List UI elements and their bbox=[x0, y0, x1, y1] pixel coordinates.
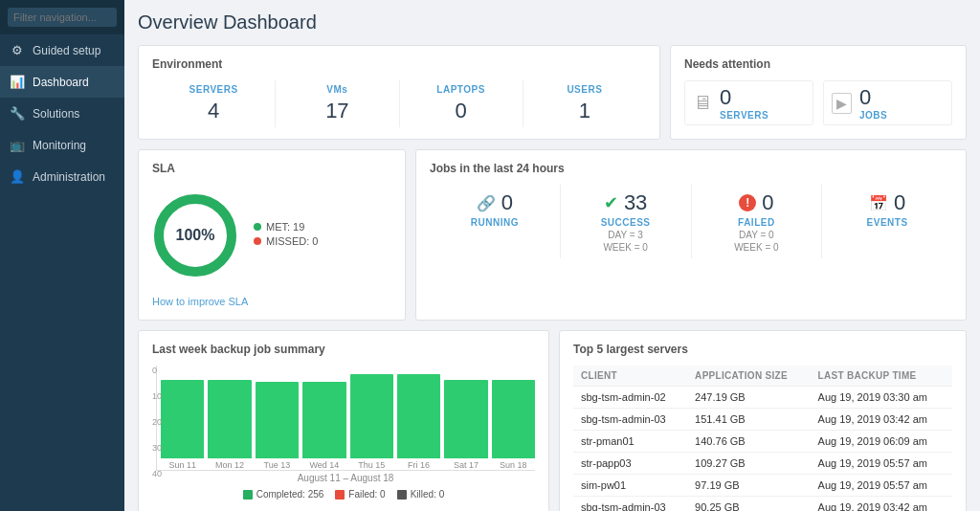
backup-time: Aug 19, 2019 03:42 am bbox=[811, 497, 952, 512]
success-label: SUCCESS bbox=[565, 217, 687, 228]
legend-failed: Failed: 0 bbox=[335, 489, 385, 500]
table-row: sbg-tsm-admin-03 90.25 GB Aug 19, 2019 0… bbox=[573, 497, 952, 512]
sidebar-filter-input[interactable] bbox=[8, 8, 117, 27]
sla-met-label: MET: 19 bbox=[266, 221, 304, 233]
met-dot bbox=[254, 223, 261, 231]
client-name[interactable]: sim-pw01 bbox=[573, 475, 687, 497]
client-name[interactable]: sbg-tsm-admin-02 bbox=[573, 387, 687, 409]
bar-fri16: Fri 16 bbox=[397, 374, 440, 470]
backup-card: Last week backup job summary 40 30 20 10… bbox=[138, 330, 549, 511]
bar-fri16-label: Fri 16 bbox=[408, 460, 430, 470]
sidebar-item-label: Guided setup bbox=[33, 44, 100, 57]
bar-wed14-label: Wed 14 bbox=[309, 460, 339, 470]
top5-thead: CLIENT APPLICATION SIZE LAST BACKUP TIME bbox=[573, 366, 952, 387]
laptops-value: 0 bbox=[400, 99, 523, 123]
failed-label: FAILED bbox=[696, 217, 818, 228]
client-name[interactable]: sbg-tsm-admin-03 bbox=[573, 497, 687, 512]
y-label-1: 10 bbox=[152, 391, 162, 401]
sidebar-item-label: Administration bbox=[33, 170, 105, 184]
success-sub1: DAY = 3 bbox=[565, 230, 687, 240]
bars-area: Sun 11 Mon 12 Tue 13 bbox=[156, 366, 535, 471]
servers-label: SERVERS bbox=[152, 84, 275, 95]
backup-time: Aug 19, 2019 05:57 am bbox=[811, 453, 952, 475]
table-row: sbg-tsm-admin-02 247.19 GB Aug 19, 2019 … bbox=[573, 387, 952, 409]
sidebar-item-label: Solutions bbox=[33, 107, 79, 121]
vms-label: VMs bbox=[276, 84, 398, 95]
bar-thu15: Thu 15 bbox=[350, 374, 393, 470]
environment-card: Environment SERVERS 4 VMs 17 LAPTOPS 0 U… bbox=[138, 45, 660, 140]
attention-jobs-info: 0 JOBS bbox=[859, 85, 887, 121]
chart-y-labels: 40 30 20 10 0 bbox=[152, 366, 162, 480]
y-label-0: 0 bbox=[152, 366, 162, 375]
completed-label: Completed: 256 bbox=[256, 489, 324, 500]
failed-sub2: WEEK = 0 bbox=[696, 242, 818, 253]
app-size: 109.27 GB bbox=[687, 453, 810, 475]
bar-sun11-label: Sun 11 bbox=[168, 460, 196, 470]
app-size: 140.76 GB bbox=[687, 431, 810, 453]
running-label: RUNNING bbox=[434, 217, 556, 228]
solutions-icon: 🔧 bbox=[10, 106, 25, 121]
sla-missed-legend: MISSED: 0 bbox=[254, 235, 318, 247]
client-name[interactable]: sbg-tsm-admin-03 bbox=[573, 409, 687, 431]
completed-box bbox=[243, 490, 253, 500]
success-sub2: WEEK = 0 bbox=[565, 242, 687, 253]
vms-value: 17 bbox=[276, 99, 398, 123]
job-success: ✔ 33 SUCCESS DAY = 3 WEEK = 0 bbox=[561, 185, 692, 258]
servers-attention-icon: 🖥 bbox=[693, 92, 712, 114]
jobs-stats: 🔗 0 RUNNING ✔ 33 SUCCESS DAY = 3 WEEK = … bbox=[430, 185, 952, 258]
app-size: 97.19 GB bbox=[687, 475, 810, 497]
bottom-row: Last week backup job summary 40 30 20 10… bbox=[138, 330, 967, 511]
stat-users: USERS 1 bbox=[523, 80, 646, 127]
backup-time: Aug 19, 2019 05:57 am bbox=[811, 475, 952, 497]
success-icon: ✔ bbox=[604, 192, 618, 213]
sla-donut: 100% bbox=[152, 192, 238, 278]
sla-improve-link[interactable]: How to improve SLA bbox=[152, 296, 248, 307]
environment-stats: SERVERS 4 VMs 17 LAPTOPS 0 USERS 1 bbox=[152, 80, 646, 127]
top-row: Environment SERVERS 4 VMs 17 LAPTOPS 0 U… bbox=[138, 45, 967, 140]
killed-box bbox=[397, 490, 407, 500]
killed-label: Killed: 0 bbox=[411, 489, 445, 500]
sidebar-item-solutions[interactable]: 🔧 Solutions bbox=[0, 98, 124, 129]
client-name[interactable]: str-pman01 bbox=[573, 431, 687, 453]
sidebar-item-label: Monitoring bbox=[33, 139, 86, 152]
bar-sun11: Sun 11 bbox=[161, 380, 204, 470]
job-failed-main: ! 0 bbox=[696, 190, 818, 215]
jobs-card: Jobs in the last 24 hours 🔗 0 RUNNING ✔ … bbox=[415, 149, 967, 321]
sidebar-item-dashboard[interactable]: 📊 Dashboard bbox=[0, 66, 124, 98]
sla-body: 100% MET: 19 MISSED: 0 bbox=[152, 185, 391, 286]
bar-sun18: Sun 18 bbox=[492, 380, 535, 470]
attention-card: Needs attention 🖥 0 SERVERS ▶ 0 JOBS bbox=[670, 45, 967, 140]
col-time: LAST BACKUP TIME bbox=[811, 366, 952, 387]
bar-sun11-rect bbox=[161, 380, 204, 458]
top5-title: Top 5 largest servers bbox=[573, 343, 952, 356]
running-icon: 🔗 bbox=[477, 194, 496, 212]
sidebar-item-administration[interactable]: 👤 Administration bbox=[0, 161, 124, 192]
bar-sun18-rect bbox=[492, 380, 535, 458]
bar-wed14-rect bbox=[302, 382, 345, 458]
sidebar-filter-container bbox=[0, 0, 124, 34]
top5-header-row: CLIENT APPLICATION SIZE LAST BACKUP TIME bbox=[573, 366, 952, 387]
app-size: 151.41 GB bbox=[687, 409, 810, 431]
users-value: 1 bbox=[523, 99, 646, 123]
stat-servers: SERVERS 4 bbox=[152, 80, 276, 127]
bar-sat17-label: Sat 17 bbox=[454, 460, 479, 470]
attention-jobs: ▶ 0 JOBS bbox=[823, 80, 952, 125]
bar-mon12-rect bbox=[208, 380, 251, 458]
sla-card: SLA 100% MET: 19 MISSED: bbox=[138, 149, 406, 321]
app-size: 90.25 GB bbox=[687, 497, 810, 512]
jobs-attention-label: JOBS bbox=[859, 110, 887, 121]
monitoring-icon: 📺 bbox=[10, 138, 25, 152]
failed-icon: ! bbox=[739, 194, 756, 211]
sla-title: SLA bbox=[152, 162, 391, 175]
jobs-title: Jobs in the last 24 hours bbox=[430, 162, 952, 175]
sla-legend: MET: 19 MISSED: 0 bbox=[254, 221, 318, 250]
client-name[interactable]: str-papp03 bbox=[573, 453, 687, 475]
sidebar-item-monitoring[interactable]: 📺 Monitoring bbox=[0, 129, 124, 161]
bar-sun18-label: Sun 18 bbox=[500, 460, 527, 470]
servers-attention-count: 0 bbox=[720, 85, 768, 110]
bar-thu15-rect bbox=[350, 374, 393, 458]
sidebar-item-guided-setup[interactable]: ⚙ Guided setup bbox=[0, 34, 124, 66]
backup-title: Last week backup job summary bbox=[152, 343, 535, 356]
app-size: 247.19 GB bbox=[687, 387, 810, 409]
sidebar: ⚙ Guided setup 📊 Dashboard 🔧 Solutions 📺… bbox=[0, 0, 124, 511]
